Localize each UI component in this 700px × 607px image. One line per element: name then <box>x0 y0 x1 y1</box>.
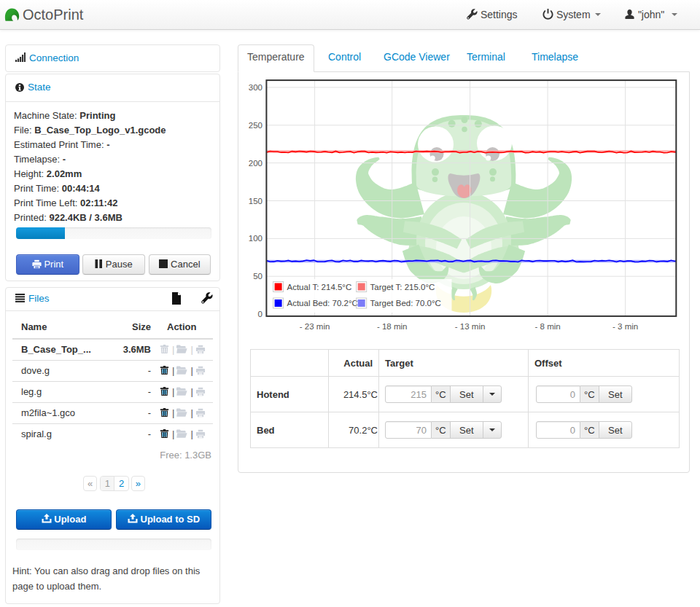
svg-text:- 23 min: - 23 min <box>300 322 330 331</box>
svg-text:- 13 min: - 13 min <box>455 322 486 331</box>
svg-text:- 18 min: - 18 min <box>377 322 408 331</box>
svg-text:Target T: 215.0°C: Target T: 215.0°C <box>370 283 435 291</box>
svg-text:Target Bed: 70.0°C: Target Bed: 70.0°C <box>370 299 441 308</box>
svg-text:- 8 min: - 8 min <box>535 322 561 331</box>
svg-text:0: 0 <box>258 310 262 318</box>
svg-text:50: 50 <box>253 272 262 281</box>
svg-text:Actual T: 214.5°C: Actual T: 214.5°C <box>287 283 352 291</box>
svg-text:150: 150 <box>249 197 262 205</box>
svg-text:300: 300 <box>249 83 262 92</box>
svg-text:- 3 min: - 3 min <box>612 322 638 331</box>
svg-text:Actual Bed: 70.2°C: Actual Bed: 70.2°C <box>287 299 358 308</box>
svg-text:200: 200 <box>249 159 262 168</box>
svg-text:250: 250 <box>249 121 262 130</box>
svg-text:100: 100 <box>249 234 262 243</box>
